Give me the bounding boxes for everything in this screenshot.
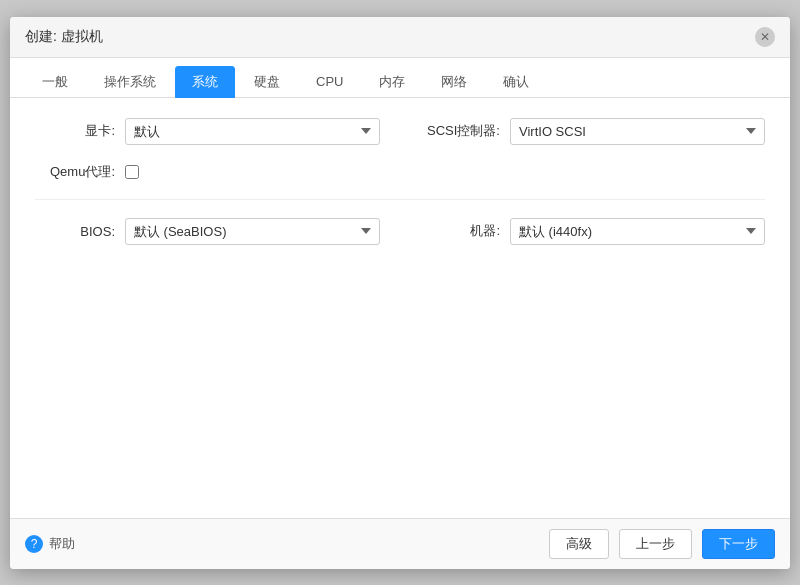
scsi-select[interactable]: VirtIO SCSI bbox=[510, 118, 765, 145]
tab-network[interactable]: 网络 bbox=[424, 66, 484, 98]
question-mark: ? bbox=[31, 537, 38, 551]
tab-bar: 一般 操作系统 系统 硬盘 CPU 内存 网络 确认 bbox=[10, 58, 790, 98]
form-group-machine: 机器: 默认 (i440fx) bbox=[420, 218, 765, 245]
bios-select[interactable]: 默认 (SeaBIOS) bbox=[125, 218, 380, 245]
back-button[interactable]: 上一步 bbox=[619, 529, 692, 559]
create-vm-dialog: 创建: 虚拟机 ✕ 一般 操作系统 系统 硬盘 CPU 内存 网络 确认 显卡:… bbox=[10, 17, 790, 569]
form-row-bios-machine: BIOS: 默认 (SeaBIOS) 机器: 默认 (i440fx) bbox=[35, 218, 765, 245]
tab-cpu[interactable]: CPU bbox=[299, 67, 360, 96]
tab-disk[interactable]: 硬盘 bbox=[237, 66, 297, 98]
form-row-qemu: Qemu代理: bbox=[35, 163, 765, 181]
form-group-bios: BIOS: 默认 (SeaBIOS) bbox=[35, 218, 380, 245]
form-group-qemu: Qemu代理: bbox=[35, 163, 765, 181]
tab-confirm[interactable]: 确认 bbox=[486, 66, 546, 98]
tab-os[interactable]: 操作系统 bbox=[87, 66, 173, 98]
tab-system[interactable]: 系统 bbox=[175, 66, 235, 98]
scsi-label: SCSI控制器: bbox=[420, 122, 500, 140]
footer-left: ? 帮助 bbox=[25, 535, 75, 553]
bios-label: BIOS: bbox=[35, 224, 115, 239]
display-select[interactable]: 默认 bbox=[125, 118, 380, 145]
qemu-checkbox[interactable] bbox=[125, 165, 139, 179]
divider bbox=[35, 199, 765, 200]
next-button[interactable]: 下一步 bbox=[702, 529, 775, 559]
dialog-body: 显卡: 默认 SCSI控制器: VirtIO SCSI Qemu代理: bbox=[10, 98, 790, 518]
tab-memory[interactable]: 内存 bbox=[362, 66, 422, 98]
display-label: 显卡: bbox=[35, 122, 115, 140]
close-button[interactable]: ✕ bbox=[755, 27, 775, 47]
advanced-button[interactable]: 高级 bbox=[549, 529, 609, 559]
close-icon: ✕ bbox=[760, 30, 770, 44]
form-group-scsi: SCSI控制器: VirtIO SCSI bbox=[420, 118, 765, 145]
dialog-header: 创建: 虚拟机 ✕ bbox=[10, 17, 790, 58]
form-group-display: 显卡: 默认 bbox=[35, 118, 380, 145]
machine-select[interactable]: 默认 (i440fx) bbox=[510, 218, 765, 245]
help-icon[interactable]: ? bbox=[25, 535, 43, 553]
form-row-display-scsi: 显卡: 默认 SCSI控制器: VirtIO SCSI bbox=[35, 118, 765, 145]
dialog-footer: ? 帮助 高级 上一步 下一步 bbox=[10, 518, 790, 569]
dialog-title: 创建: 虚拟机 bbox=[25, 28, 103, 46]
footer-right: 高级 上一步 下一步 bbox=[549, 529, 775, 559]
tab-general[interactable]: 一般 bbox=[25, 66, 85, 98]
help-label: 帮助 bbox=[49, 535, 75, 553]
qemu-label: Qemu代理: bbox=[35, 163, 115, 181]
machine-label: 机器: bbox=[420, 222, 500, 240]
